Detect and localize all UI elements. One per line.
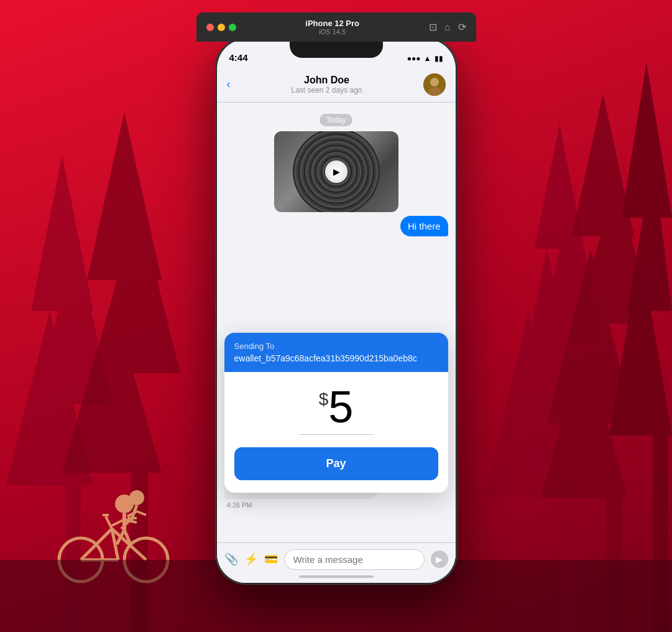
signal-icon: ●●● (407, 54, 421, 63)
svg-marker-20 (62, 299, 162, 473)
svg-point-44 (430, 78, 439, 86)
hi-there-row: Hi there (224, 220, 448, 233)
svg-line-24 (81, 529, 112, 560)
svg-marker-3 (485, 311, 572, 498)
ios-version: iOS 14.5 (244, 28, 421, 35)
svg-line-37 (124, 530, 131, 544)
svg-line-40 (127, 511, 137, 516)
svg-marker-6 (578, 174, 653, 323)
svg-marker-7 (547, 249, 634, 423)
svg-marker-18 (87, 112, 162, 280)
svg-line-30 (121, 519, 131, 529)
svg-marker-11 (628, 156, 672, 311)
amount-display: $ 5 (234, 384, 438, 429)
amount-value: 5 (328, 384, 353, 429)
svg-rect-9 (606, 498, 622, 632)
device-name: iPhone 12 Pro (244, 19, 421, 28)
phone-screen: 4:44 ●●● ▲ ▮▮ ‹ John Doe Last seen 2 day… (217, 39, 456, 583)
chat-body: Today ▶ Hi there (217, 103, 456, 542)
avatar-initials (423, 73, 446, 96)
contact-info: John Doe Last seen 2 days ago (236, 75, 418, 95)
video-thumbnail: ▶ (274, 131, 398, 212)
svg-marker-14 (31, 156, 93, 311)
phone-frame: 4:44 ●●● ▲ ▮▮ ‹ John Doe Last seen 2 day… (215, 37, 458, 585)
back-button[interactable]: ‹ (227, 78, 231, 91)
svg-marker-0 (535, 124, 584, 249)
payment-modal[interactable]: Sending To ewallet_b57a9c68acfea31b35990… (224, 333, 448, 493)
svg-rect-4 (563, 498, 578, 632)
sending-to-label: Sending To (234, 342, 438, 351)
svg-rect-17 (65, 485, 81, 632)
mac-toolbar: ⊡ ⌂ ⟳ (429, 21, 466, 33)
svg-marker-10 (622, 62, 672, 218)
battery-icon: ▮▮ (435, 54, 443, 63)
status-time: 4:44 (229, 52, 248, 63)
screenshot-icon[interactable]: ⊡ (429, 21, 437, 33)
send-button[interactable]: ▶ (431, 551, 448, 568)
svg-marker-1 (541, 187, 603, 342)
payment-card-icon[interactable]: 💳 (264, 552, 278, 566)
status-icons: ●●● ▲ ▮▮ (407, 54, 443, 63)
avatar[interactable] (423, 73, 446, 96)
device-title: iPhone 12 Pro iOS 14.5 (244, 19, 421, 35)
amount-divider (299, 434, 374, 435)
svg-line-26 (112, 529, 118, 560)
svg-marker-16 (6, 311, 93, 485)
contact-name: John Doe (236, 75, 418, 86)
play-icon: ▶ (333, 167, 340, 177)
chat-header: ‹ John Doe Last seen 2 days ago (217, 67, 456, 103)
home-indicator (299, 575, 374, 578)
svg-point-22 (59, 538, 103, 582)
notch (290, 39, 383, 58)
svg-line-39 (131, 505, 137, 523)
close-window-button[interactable] (206, 24, 214, 31)
date-label: Today (320, 114, 352, 126)
wallet-address: ewallet_b57a9c68acfea31b35990d215ba0eb8c (234, 353, 438, 363)
send-icon: ▶ (436, 554, 443, 564)
svg-marker-2 (510, 249, 584, 435)
attachment-icon[interactable]: 📎 (224, 552, 238, 566)
play-button[interactable]: ▶ (325, 160, 348, 183)
date-divider: Today (224, 114, 448, 126)
lightning-icon[interactable]: ⚡ (244, 552, 258, 566)
svg-marker-15 (37, 236, 112, 404)
svg-line-34 (112, 519, 124, 526)
svg-line-41 (137, 511, 146, 515)
message-input[interactable] (284, 549, 425, 570)
svg-line-25 (112, 529, 146, 560)
payment-body: $ 5 Pay (224, 372, 448, 493)
svg-marker-8 (541, 342, 628, 498)
currency-symbol: $ (319, 389, 329, 409)
msg-time-payments2: 4:26 PM (227, 501, 446, 509)
svg-line-35 (124, 519, 137, 523)
svg-rect-21 (131, 473, 148, 632)
minimize-window-button[interactable] (218, 24, 225, 31)
mac-titlebar: iPhone 12 Pro iOS 14.5 ⊡ ⌂ ⟳ (196, 12, 476, 42)
svg-marker-19 (93, 199, 180, 373)
svg-marker-12 (609, 249, 672, 435)
video-message[interactable]: ▶ (274, 131, 398, 212)
wifi-icon: ▲ (424, 54, 431, 63)
payment-header: Sending To ewallet_b57a9c68acfea31b35990… (224, 333, 448, 372)
pay-button[interactable]: Pay (234, 447, 438, 480)
rotate-icon[interactable]: ⟳ (458, 21, 466, 33)
contact-status: Last seen 2 days ago (236, 86, 418, 95)
maximize-window-button[interactable] (229, 24, 236, 31)
svg-marker-5 (572, 93, 634, 236)
svg-point-38 (129, 490, 144, 505)
svg-rect-13 (653, 435, 668, 632)
mac-window-controls[interactable] (206, 24, 236, 31)
svg-line-36 (117, 530, 124, 544)
svg-point-32 (115, 495, 134, 513)
svg-point-23 (124, 538, 168, 582)
message-bubble-hi-there: Hi there (400, 216, 448, 236)
home-icon[interactable]: ⌂ (444, 22, 451, 33)
svg-line-28 (106, 516, 112, 529)
